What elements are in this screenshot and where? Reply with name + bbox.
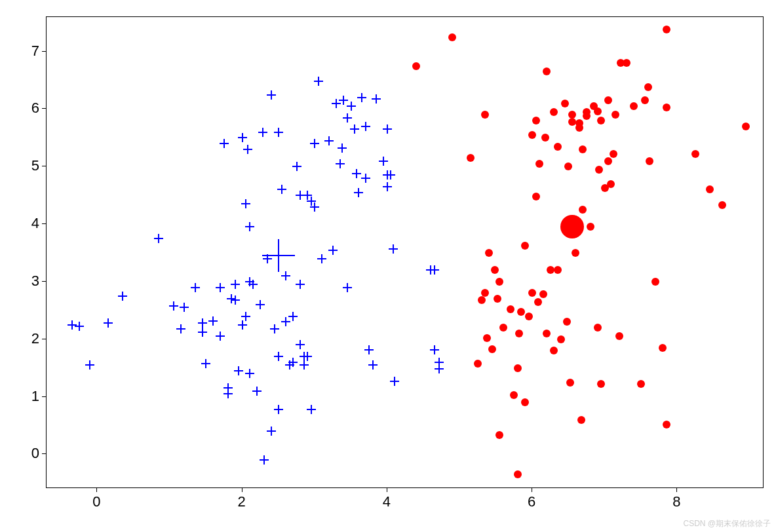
dot-marker — [494, 295, 501, 303]
plus-marker — [343, 283, 352, 292]
dot-marker — [623, 59, 630, 67]
plus-marker — [361, 174, 370, 183]
plus-marker — [267, 90, 276, 100]
plus-marker — [310, 202, 319, 212]
plus-marker — [234, 366, 243, 375]
plus-marker — [336, 159, 345, 168]
y-tick-label: 3 — [31, 273, 39, 290]
cluster1-centroid — [262, 239, 295, 272]
plus-marker — [350, 124, 359, 134]
dot-marker — [514, 470, 522, 478]
plus-marker — [180, 303, 189, 312]
plus-marker — [347, 102, 356, 111]
dot-marker — [554, 143, 562, 151]
dot-marker — [611, 111, 619, 119]
dot-marker — [587, 223, 594, 231]
plus-marker — [288, 312, 298, 321]
dot-marker — [637, 380, 645, 388]
dot-marker — [604, 96, 612, 104]
dot-marker — [659, 344, 667, 352]
plot-area — [46, 16, 764, 488]
plus-marker — [220, 139, 229, 148]
x-tick — [387, 488, 387, 492]
dot-marker — [550, 347, 558, 354]
y-tick — [42, 281, 46, 282]
plus-marker — [267, 427, 276, 436]
dot-marker — [646, 157, 653, 165]
plus-marker — [296, 340, 305, 349]
plus-marker — [357, 93, 366, 102]
dot-marker — [448, 33, 456, 41]
dot-marker — [528, 289, 536, 297]
plus-marker — [296, 280, 305, 289]
plus-marker — [198, 318, 207, 328]
y-tick-label: 6 — [31, 100, 39, 117]
plus-marker — [383, 124, 392, 134]
plus-marker — [274, 352, 283, 361]
dot-marker — [514, 364, 522, 372]
dot-marker — [651, 278, 659, 286]
plus-marker — [154, 234, 163, 243]
dot-marker — [604, 157, 612, 165]
dot-marker — [644, 83, 652, 91]
plus-marker — [241, 312, 250, 321]
scatter-plot: 0246801234567 — [46, 16, 764, 488]
plus-marker — [245, 222, 254, 231]
dot-marker — [541, 134, 549, 142]
dot-marker — [718, 201, 726, 209]
plus-marker — [338, 143, 347, 153]
dot-marker — [641, 96, 649, 104]
y-tick — [42, 51, 46, 52]
plus-marker — [389, 244, 398, 254]
plus-marker — [245, 369, 254, 378]
plus-marker — [343, 113, 352, 123]
dot-marker — [595, 166, 603, 174]
dot-marker — [563, 318, 571, 326]
dot-marker — [507, 305, 514, 313]
plus-marker — [223, 389, 233, 398]
plus-marker — [238, 320, 247, 330]
plus-marker — [292, 162, 301, 171]
plus-marker — [352, 169, 361, 178]
dot-marker — [691, 150, 699, 158]
dot-marker — [550, 108, 558, 116]
plus-marker — [260, 455, 269, 465]
plus-marker — [354, 188, 363, 197]
plus-marker — [176, 324, 185, 333]
dot-marker — [607, 180, 615, 188]
plus-marker — [307, 405, 316, 414]
plus-marker — [75, 322, 84, 331]
plus-marker — [379, 157, 388, 166]
plus-marker — [248, 280, 258, 289]
dot-marker — [491, 266, 499, 274]
dot-marker — [481, 111, 489, 119]
dot-marker — [467, 154, 475, 162]
dot-marker — [474, 360, 482, 368]
dot-marker — [577, 416, 585, 424]
plus-marker — [243, 145, 252, 154]
dot-marker — [568, 118, 576, 126]
dot-marker — [525, 313, 533, 320]
dot-marker — [630, 102, 638, 110]
plus-marker — [430, 345, 439, 354]
dot-marker — [528, 131, 536, 139]
plus-marker — [231, 280, 240, 289]
dot-marker — [610, 150, 617, 158]
dot-marker — [572, 249, 579, 257]
plus-marker — [288, 358, 298, 367]
plus-marker — [430, 265, 439, 275]
plus-marker — [85, 360, 94, 370]
plus-marker — [314, 77, 323, 86]
y-tick — [42, 223, 46, 224]
plus-marker — [256, 300, 265, 309]
dot-marker — [510, 391, 518, 399]
y-tick-label: 7 — [31, 43, 39, 60]
x-tick-label: 0 — [92, 493, 100, 510]
dot-marker — [535, 160, 543, 168]
plus-marker — [300, 360, 309, 370]
dot-marker — [663, 26, 670, 33]
dot-marker — [495, 431, 503, 439]
plus-marker — [216, 332, 225, 341]
x-tick-label: 8 — [672, 493, 680, 510]
plus-marker — [383, 182, 392, 191]
